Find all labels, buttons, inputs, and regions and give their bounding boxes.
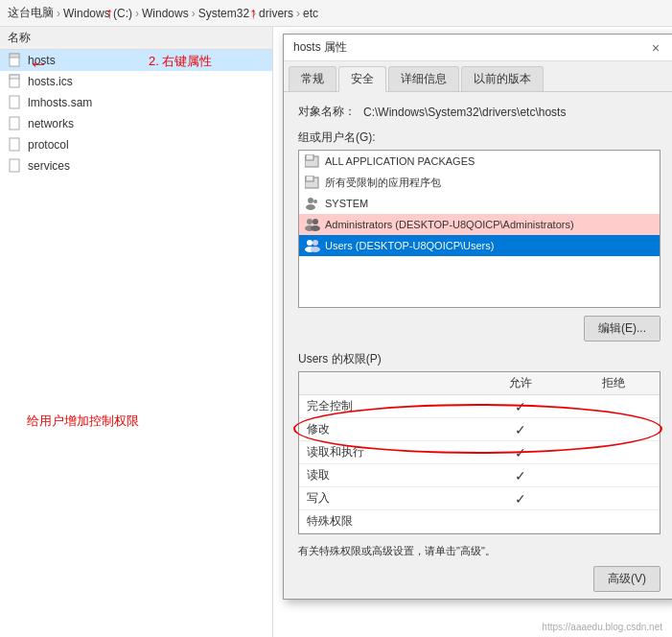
svg-point-15 <box>307 219 313 224</box>
file-item-protocol[interactable]: protocol <box>0 134 272 155</box>
perm-allow-cell: ✓ <box>475 395 567 418</box>
tab-security[interactable]: 安全 <box>338 66 386 92</box>
permissions-label: Users 的权限(P) <box>298 351 660 367</box>
file-item-hostsics[interactable]: hosts.ics <box>0 71 272 92</box>
admin-icon <box>305 218 320 231</box>
perm-row-name: 完全控制 <box>299 395 475 418</box>
group-list-box[interactable]: ALL APPLICATION PACKAGES 所有受限制的应用程序包 SYS… <box>298 150 660 308</box>
perm-deny-cell <box>568 464 660 487</box>
perm-allow-cell: ✓ <box>475 441 567 464</box>
group-icon <box>305 176 320 189</box>
svg-rect-1 <box>10 54 19 58</box>
perm-col-name <box>299 372 475 395</box>
object-value: C:\Windows\System32\drivers\etc\hosts <box>363 106 566 119</box>
permissions-table-box: 允许 拒绝 完全控制✓修改✓读取和执行✓读取✓写入✓特殊权限 <box>298 371 660 534</box>
advanced-button[interactable]: 高级(V) <box>593 566 660 592</box>
group-label: 组或用户名(G): <box>298 130 660 146</box>
breadcrumb-part: 这台电脑 <box>8 5 54 21</box>
svg-point-14 <box>313 200 317 203</box>
dialog-title: hosts 属性 <box>293 39 347 56</box>
svg-point-12 <box>308 198 313 203</box>
group-icon <box>305 154 320 168</box>
tab-general[interactable]: 常规 <box>289 66 336 91</box>
annotation-add-permission: 给用户增加控制权限 <box>27 413 139 430</box>
group-item-system[interactable]: SYSTEM <box>299 193 660 214</box>
perm-deny-cell <box>568 441 660 464</box>
tab-previous-versions[interactable]: 以前的版本 <box>461 66 544 91</box>
annotation-right-click: 2. 右键属性 <box>149 53 212 70</box>
edit-button-row: 编辑(E)... <box>298 316 660 342</box>
svg-point-21 <box>313 240 318 246</box>
close-button[interactable]: × <box>646 38 665 58</box>
svg-point-22 <box>311 247 320 252</box>
watermark: https://aaaedu.blog.csdn.net <box>542 622 662 632</box>
perm-row-name: 修改 <box>299 418 475 441</box>
group-item-administrators[interactable]: Administrators (DESKTOP-U8QOICP\Administ… <box>299 214 660 235</box>
perm-allow-cell: ✓ <box>475 464 567 487</box>
file-list-header: 名称 <box>0 27 272 50</box>
perm-allow-cell <box>475 510 567 533</box>
file-item-lmhosts[interactable]: lmhosts.sam <box>0 92 272 113</box>
dialog-titlebar: hosts 属性 × <box>284 35 672 61</box>
breadcrumb-part: drivers <box>259 7 293 20</box>
svg-rect-5 <box>10 117 19 130</box>
breadcrumb-part: Windows (C:) <box>63 7 132 20</box>
file-item-hosts[interactable]: hosts <box>0 50 272 71</box>
users-icon <box>305 239 320 252</box>
dialog-content: 对象名称： C:\Windows\System32\drivers\etc\ho… <box>284 92 672 603</box>
group-item-all-app[interactable]: ALL APPLICATION PACKAGES <box>299 151 660 172</box>
breadcrumb-part: Windows <box>142 7 189 20</box>
file-item-networks[interactable]: networks <box>0 113 272 134</box>
file-icon <box>8 116 23 131</box>
svg-point-19 <box>307 240 313 246</box>
properties-dialog: hosts 属性 × 常规 安全 详细信息 以前的版本 对象名称： C:\Win… <box>283 34 672 600</box>
breadcrumb-part: System32 <box>198 7 249 20</box>
svg-point-13 <box>306 204 315 210</box>
perm-allow-cell: ✓ <box>475 487 567 510</box>
object-name-row: 对象名称： C:\Windows\System32\drivers\etc\ho… <box>298 104 660 120</box>
edit-button[interactable]: 编辑(E)... <box>584 316 660 342</box>
group-item-restricted[interactable]: 所有受限制的应用程序包 <box>299 172 660 193</box>
perm-deny-cell <box>568 487 660 510</box>
svg-rect-6 <box>10 138 19 151</box>
svg-point-18 <box>311 225 320 231</box>
breadcrumb-part: etc <box>303 7 318 20</box>
tabs-bar: 常规 安全 详细信息 以前的版本 <box>284 61 672 92</box>
perm-allow-cell: ✓ <box>475 418 567 441</box>
user-icon <box>305 197 320 210</box>
svg-rect-3 <box>10 75 19 79</box>
perm-row-name: 特殊权限 <box>299 510 475 533</box>
special-permissions-text: 有关特殊权限或高级设置，请单击"高级"。 <box>298 544 660 558</box>
file-list-panel: 名称 hosts hosts.ics lmhosts.sam networks … <box>0 27 273 637</box>
perm-deny-cell <box>568 395 660 418</box>
perm-col-deny: 拒绝 <box>568 372 660 395</box>
perm-row-name: 读取 <box>299 464 475 487</box>
perm-deny-cell <box>568 510 660 533</box>
svg-rect-7 <box>10 159 19 172</box>
perm-col-allow: 允许 <box>475 372 567 395</box>
object-label: 对象名称： <box>298 104 356 120</box>
svg-rect-11 <box>306 176 313 181</box>
group-item-users[interactable]: Users (DESKTOP-U8QOICP\Users) <box>299 235 660 256</box>
tab-details[interactable]: 详细信息 <box>388 66 459 91</box>
file-icon <box>8 74 23 89</box>
permissions-table: 允许 拒绝 完全控制✓修改✓读取和执行✓读取✓写入✓特殊权限 <box>299 372 660 533</box>
perm-row-name: 读取和执行 <box>299 441 475 464</box>
svg-rect-4 <box>10 96 19 108</box>
perm-row-name: 写入 <box>299 487 475 510</box>
file-icon <box>8 137 23 153</box>
breadcrumb: 这台电脑 › Windows (C:) › Windows › System32… <box>0 0 672 27</box>
advanced-button-row: 高级(V) <box>298 566 660 592</box>
file-icon <box>8 53 23 68</box>
svg-rect-9 <box>306 154 313 160</box>
perm-deny-cell <box>568 418 660 441</box>
svg-point-17 <box>313 219 318 224</box>
file-item-services[interactable]: services <box>0 155 272 177</box>
file-icon <box>8 95 23 110</box>
file-icon <box>8 158 23 174</box>
